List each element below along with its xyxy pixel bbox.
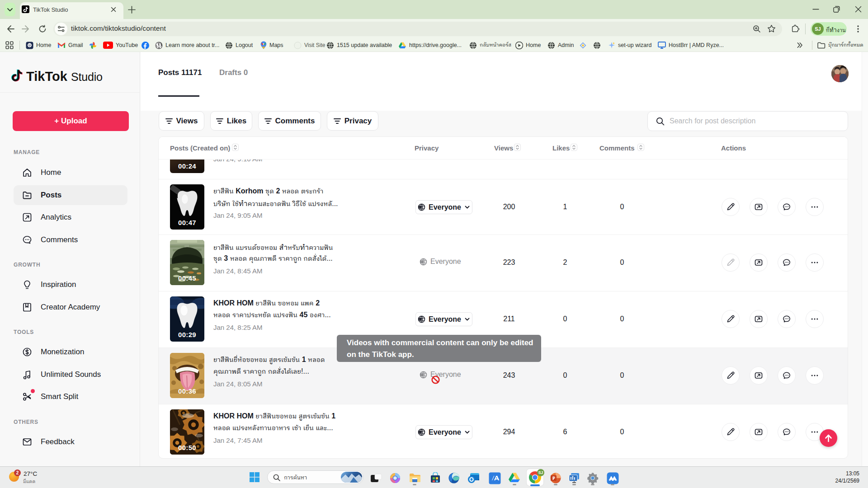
svg-text:TikTok: TikTok	[26, 69, 68, 84]
svg-text:Studio: Studio	[71, 70, 103, 83]
